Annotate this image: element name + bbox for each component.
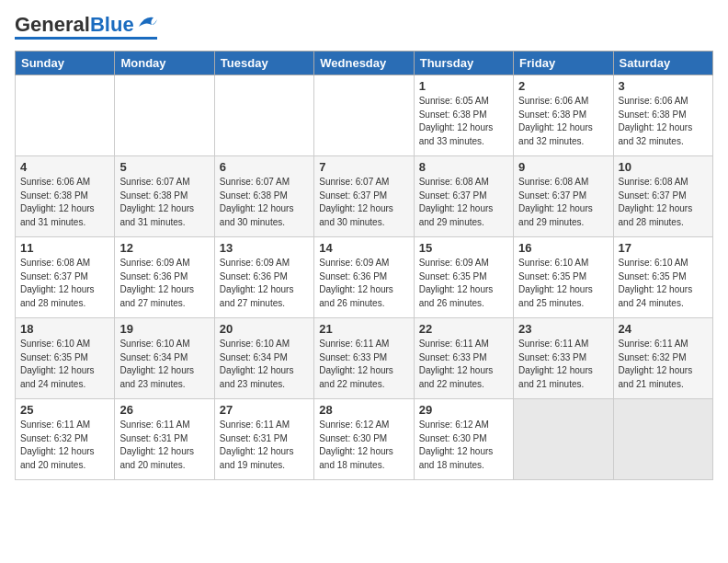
day-number: 20	[220, 322, 309, 336]
day-info: Sunrise: 6:11 AM Sunset: 6:33 PM Dayligh…	[518, 338, 608, 391]
day-number: 9	[518, 160, 608, 174]
day-number: 1	[419, 79, 508, 93]
calendar-week-row: 18Sunrise: 6:10 AM Sunset: 6:35 PM Dayli…	[16, 318, 713, 399]
calendar-cell: 5Sunrise: 6:07 AM Sunset: 6:38 PM Daylig…	[115, 156, 214, 237]
calendar-cell	[214, 75, 313, 156]
logo-underline	[15, 37, 157, 40]
day-info: Sunrise: 6:11 AM Sunset: 6:33 PM Dayligh…	[419, 338, 508, 391]
day-info: Sunrise: 6:08 AM Sunset: 6:37 PM Dayligh…	[419, 176, 508, 229]
calendar-cell: 18Sunrise: 6:10 AM Sunset: 6:35 PM Dayli…	[16, 318, 115, 399]
calendar-cell: 6Sunrise: 6:07 AM Sunset: 6:38 PM Daylig…	[214, 156, 313, 237]
logo-text: GeneralBlue	[15, 15, 134, 35]
calendar-body: 1Sunrise: 6:05 AM Sunset: 6:38 PM Daylig…	[16, 75, 713, 480]
day-number: 8	[419, 160, 508, 174]
day-info: Sunrise: 6:09 AM Sunset: 6:35 PM Dayligh…	[419, 257, 508, 310]
day-info: Sunrise: 6:10 AM Sunset: 6:35 PM Dayligh…	[518, 257, 608, 310]
day-number: 12	[119, 241, 209, 255]
calendar-cell: 29Sunrise: 6:12 AM Sunset: 6:30 PM Dayli…	[414, 399, 513, 480]
calendar-cell	[115, 75, 214, 156]
logo: GeneralBlue	[15, 15, 157, 40]
day-info: Sunrise: 6:08 AM Sunset: 6:37 PM Dayligh…	[619, 176, 708, 229]
day-info: Sunrise: 6:11 AM Sunset: 6:31 PM Dayligh…	[119, 419, 209, 472]
day-info: Sunrise: 6:10 AM Sunset: 6:35 PM Dayligh…	[619, 257, 708, 310]
day-info: Sunrise: 6:05 AM Sunset: 6:38 PM Dayligh…	[419, 95, 508, 148]
calendar-cell: 2Sunrise: 6:06 AM Sunset: 6:38 PM Daylig…	[514, 75, 613, 156]
logo-blue: Blue	[90, 13, 134, 36]
calendar-cell: 22Sunrise: 6:11 AM Sunset: 6:33 PM Dayli…	[414, 318, 513, 399]
calendar-cell: 15Sunrise: 6:09 AM Sunset: 6:35 PM Dayli…	[414, 237, 513, 318]
day-number: 21	[319, 322, 408, 336]
day-number: 25	[20, 403, 109, 417]
calendar-table: SundayMondayTuesdayWednesdayThursdayFrid…	[15, 51, 713, 480]
day-info: Sunrise: 6:07 AM Sunset: 6:37 PM Dayligh…	[319, 176, 408, 229]
calendar-cell: 7Sunrise: 6:07 AM Sunset: 6:37 PM Daylig…	[314, 156, 414, 237]
day-number: 10	[619, 160, 708, 174]
day-info: Sunrise: 6:11 AM Sunset: 6:31 PM Dayligh…	[220, 419, 309, 472]
day-number: 3	[619, 79, 708, 93]
calendar-cell: 3Sunrise: 6:06 AM Sunset: 6:38 PM Daylig…	[613, 75, 712, 156]
day-info: Sunrise: 6:07 AM Sunset: 6:38 PM Dayligh…	[220, 176, 309, 229]
day-number: 23	[518, 322, 608, 336]
calendar-week-row: 11Sunrise: 6:08 AM Sunset: 6:37 PM Dayli…	[16, 237, 713, 318]
day-info: Sunrise: 6:08 AM Sunset: 6:37 PM Dayligh…	[518, 176, 608, 229]
calendar-cell: 11Sunrise: 6:08 AM Sunset: 6:37 PM Dayli…	[16, 237, 115, 318]
day-number: 15	[419, 241, 508, 255]
day-number: 27	[220, 403, 309, 417]
day-number: 26	[119, 403, 209, 417]
day-number: 5	[119, 160, 209, 174]
day-info: Sunrise: 6:08 AM Sunset: 6:37 PM Dayligh…	[20, 257, 109, 310]
day-info: Sunrise: 6:06 AM Sunset: 6:38 PM Dayligh…	[518, 95, 608, 148]
day-info: Sunrise: 6:12 AM Sunset: 6:30 PM Dayligh…	[419, 419, 508, 472]
day-number: 24	[619, 322, 708, 336]
calendar-cell: 10Sunrise: 6:08 AM Sunset: 6:37 PM Dayli…	[613, 156, 712, 237]
day-info: Sunrise: 6:10 AM Sunset: 6:35 PM Dayligh…	[20, 338, 109, 391]
day-info: Sunrise: 6:09 AM Sunset: 6:36 PM Dayligh…	[220, 257, 309, 310]
calendar-cell: 14Sunrise: 6:09 AM Sunset: 6:36 PM Dayli…	[314, 237, 414, 318]
calendar-cell: 12Sunrise: 6:09 AM Sunset: 6:36 PM Dayli…	[115, 237, 214, 318]
calendar-cell	[613, 399, 712, 480]
calendar-cell: 4Sunrise: 6:06 AM Sunset: 6:38 PM Daylig…	[16, 156, 115, 237]
day-number: 6	[220, 160, 309, 174]
day-number: 14	[319, 241, 408, 255]
calendar-week-row: 4Sunrise: 6:06 AM Sunset: 6:38 PM Daylig…	[16, 156, 713, 237]
day-of-week-header: Monday	[115, 52, 214, 75]
day-of-week-header: Wednesday	[314, 52, 414, 75]
day-info: Sunrise: 6:09 AM Sunset: 6:36 PM Dayligh…	[119, 257, 209, 310]
day-number: 2	[518, 79, 608, 93]
day-number: 28	[319, 403, 408, 417]
logo-general: General	[15, 13, 90, 36]
calendar-cell: 27Sunrise: 6:11 AM Sunset: 6:31 PM Dayli…	[214, 399, 313, 480]
day-info: Sunrise: 6:10 AM Sunset: 6:34 PM Dayligh…	[220, 338, 309, 391]
day-number: 22	[419, 322, 508, 336]
calendar-cell: 8Sunrise: 6:08 AM Sunset: 6:37 PM Daylig…	[414, 156, 513, 237]
day-number: 17	[619, 241, 708, 255]
day-info: Sunrise: 6:11 AM Sunset: 6:32 PM Dayligh…	[619, 338, 708, 391]
day-info: Sunrise: 6:11 AM Sunset: 6:32 PM Dayligh…	[20, 419, 109, 472]
calendar-cell: 9Sunrise: 6:08 AM Sunset: 6:37 PM Daylig…	[514, 156, 613, 237]
page-header: GeneralBlue	[15, 15, 713, 40]
day-of-week-header: Tuesday	[214, 52, 313, 75]
calendar-cell: 16Sunrise: 6:10 AM Sunset: 6:35 PM Dayli…	[514, 237, 613, 318]
day-info: Sunrise: 6:06 AM Sunset: 6:38 PM Dayligh…	[619, 95, 708, 148]
day-info: Sunrise: 6:12 AM Sunset: 6:30 PM Dayligh…	[319, 419, 408, 472]
calendar-header: SundayMondayTuesdayWednesdayThursdayFrid…	[16, 52, 713, 75]
calendar-cell	[514, 399, 613, 480]
calendar-cell: 20Sunrise: 6:10 AM Sunset: 6:34 PM Dayli…	[214, 318, 313, 399]
calendar-cell: 26Sunrise: 6:11 AM Sunset: 6:31 PM Dayli…	[115, 399, 214, 480]
calendar-cell: 23Sunrise: 6:11 AM Sunset: 6:33 PM Dayli…	[514, 318, 613, 399]
calendar-cell: 19Sunrise: 6:10 AM Sunset: 6:34 PM Dayli…	[115, 318, 214, 399]
calendar-cell: 17Sunrise: 6:10 AM Sunset: 6:35 PM Dayli…	[613, 237, 712, 318]
day-info: Sunrise: 6:10 AM Sunset: 6:34 PM Dayligh…	[119, 338, 209, 391]
day-info: Sunrise: 6:06 AM Sunset: 6:38 PM Dayligh…	[20, 176, 109, 229]
day-info: Sunrise: 6:07 AM Sunset: 6:38 PM Dayligh…	[119, 176, 209, 229]
day-number: 13	[220, 241, 309, 255]
day-info: Sunrise: 6:11 AM Sunset: 6:33 PM Dayligh…	[319, 338, 408, 391]
day-number: 19	[119, 322, 209, 336]
day-number: 29	[419, 403, 508, 417]
calendar-cell: 1Sunrise: 6:05 AM Sunset: 6:38 PM Daylig…	[414, 75, 513, 156]
calendar-cell: 24Sunrise: 6:11 AM Sunset: 6:32 PM Dayli…	[613, 318, 712, 399]
calendar-week-row: 1Sunrise: 6:05 AM Sunset: 6:38 PM Daylig…	[16, 75, 713, 156]
logo-bird-icon	[137, 14, 157, 30]
days-of-week-row: SundayMondayTuesdayWednesdayThursdayFrid…	[16, 52, 713, 75]
day-of-week-header: Saturday	[613, 52, 712, 75]
